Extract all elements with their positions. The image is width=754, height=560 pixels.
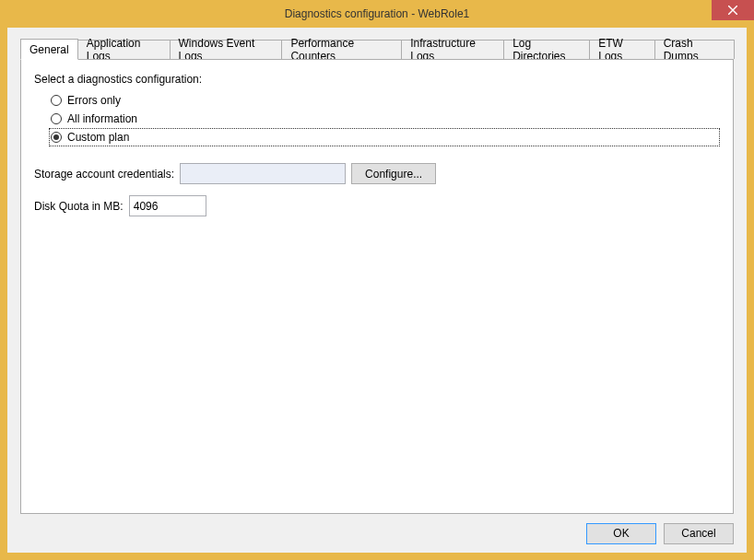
tab-general[interactable]: General: [20, 39, 78, 60]
tab-application-logs[interactable]: Application Logs: [77, 40, 171, 59]
radio-all-information[interactable]: All information: [49, 110, 720, 128]
ok-button[interactable]: OK: [586, 523, 656, 544]
button-label: Cancel: [681, 527, 715, 540]
configure-button[interactable]: Configure...: [351, 163, 436, 184]
titlebar: Diagnostics configuration - WebRole1: [0, 0, 754, 28]
disk-quota-input[interactable]: [129, 195, 206, 216]
radio-icon: [51, 113, 62, 124]
radio-label: Errors only: [67, 94, 121, 107]
button-label: OK: [613, 527, 629, 540]
dialog-footer: OK Cancel: [7, 514, 747, 553]
storage-credentials-row: Storage account credentials: Configure..…: [34, 163, 720, 184]
radio-icon: [51, 95, 62, 106]
cancel-button[interactable]: Cancel: [664, 523, 734, 544]
client-area: General Application Logs Windows Event L…: [7, 28, 747, 553]
dialog-window: Diagnostics configuration - WebRole1 Gen…: [0, 0, 754, 560]
tab-performance-counters[interactable]: Performance Counters: [281, 40, 402, 59]
storage-credentials-input[interactable]: [180, 163, 346, 184]
window-title: Diagnostics configuration - WebRole1: [285, 7, 470, 20]
config-radio-group: Errors only All information Custom plan: [49, 91, 720, 146]
close-icon: [728, 6, 737, 15]
radio-errors-only[interactable]: Errors only: [49, 91, 720, 110]
radio-icon: [51, 132, 62, 143]
tab-infrastructure-logs[interactable]: Infrastructure Logs: [401, 40, 504, 59]
tab-etw-logs[interactable]: ETW Logs: [589, 40, 654, 59]
tab-panel-general: Select a diagnostics configuration: Erro…: [20, 59, 734, 514]
close-button[interactable]: [712, 0, 754, 20]
radio-label: Custom plan: [67, 131, 129, 144]
tab-crash-dumps[interactable]: Crash Dumps: [654, 40, 735, 59]
tab-strip: General Application Logs Windows Event L…: [20, 37, 734, 59]
disk-quota-label: Disk Quota in MB:: [34, 200, 124, 213]
tab-label: General: [29, 43, 69, 56]
button-label: Configure...: [365, 168, 422, 181]
select-config-label: Select a diagnostics configuration:: [34, 73, 720, 86]
radio-label: All information: [67, 112, 137, 125]
tab-log-directories[interactable]: Log Directories: [503, 40, 590, 59]
radio-custom-plan[interactable]: Custom plan: [49, 128, 720, 146]
tab-windows-event-logs[interactable]: Windows Event Logs: [170, 40, 283, 59]
disk-quota-row: Disk Quota in MB:: [34, 195, 720, 216]
storage-credentials-label: Storage account credentials:: [34, 168, 174, 181]
